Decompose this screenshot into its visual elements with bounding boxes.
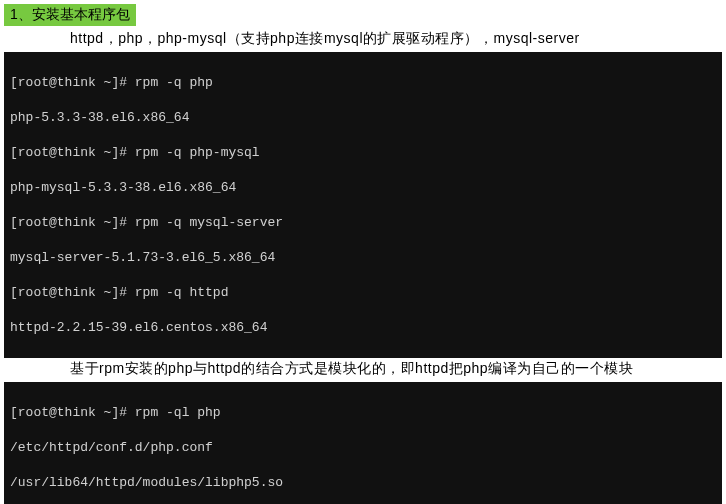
terminal-block-2: [root@think ~]# rpm -ql php /etc/httpd/c… bbox=[4, 382, 722, 504]
term-line: [root@think ~]# rpm -q httpd bbox=[10, 284, 716, 302]
term-line: mysql-server-5.1.73-3.el6_5.x86_64 bbox=[10, 249, 716, 267]
term-line: /etc/httpd/conf.d/php.conf bbox=[10, 439, 716, 457]
term-line: [root@think ~]# rpm -q mysql-server bbox=[10, 214, 716, 232]
term-line: httpd-2.2.15-39.el6.centos.x86_64 bbox=[10, 319, 716, 337]
terminal-block-1: [root@think ~]# rpm -q php php-5.3.3-38.… bbox=[4, 52, 722, 358]
section1-heading: 1、安装基本程序包 bbox=[4, 4, 136, 26]
term-line: php-5.3.3-38.el6.x86_64 bbox=[10, 109, 716, 127]
term-line: [root@think ~]# rpm -ql php bbox=[10, 404, 716, 422]
term-line: [root@think ~]# rpm -q php bbox=[10, 74, 716, 92]
section1-note1: httpd，php，php-mysql（支持php连接mysql的扩展驱动程序）… bbox=[0, 28, 726, 52]
term-line: php-mysql-5.3.3-38.el6.x86_64 bbox=[10, 179, 716, 197]
term-line: [root@think ~]# rpm -q php-mysql bbox=[10, 144, 716, 162]
section1-note2: 基于rpm安装的php与httpd的结合方式是模块化的，即httpd把php编译… bbox=[0, 358, 726, 382]
term-line: /usr/lib64/httpd/modules/libphp5.so bbox=[10, 474, 716, 492]
